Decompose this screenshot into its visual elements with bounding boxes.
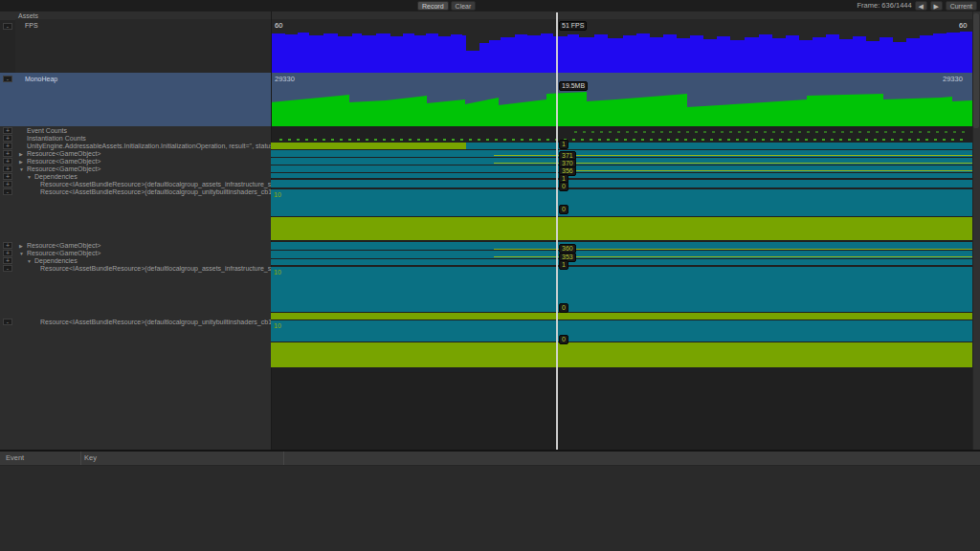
tree-row-resource-gameobject[interactable]: + ▶ Resource<GameObject> bbox=[0, 150, 271, 158]
tree-row-resource-gameobject[interactable]: + ▼ Resource<GameObject> bbox=[0, 250, 271, 257]
tree-row-resource-gameobject[interactable]: + ▼ Resource<GameObject> bbox=[0, 165, 271, 173]
tree-row-label: Event Counts bbox=[27, 127, 271, 135]
timeline-band bbox=[271, 267, 972, 312]
column-resize-handle[interactable] bbox=[283, 452, 284, 465]
tree-row-dependencies[interactable]: + ▼ Dependencies bbox=[0, 257, 271, 265]
tree-row-resource-gameobject[interactable]: + ▶ Resource<GameObject> bbox=[0, 242, 271, 250]
timeline-band bbox=[271, 173, 972, 178]
expand-icon[interactable]: + bbox=[3, 257, 12, 264]
expand-icon[interactable]: + bbox=[3, 173, 12, 180]
scrollbar-thumb[interactable] bbox=[973, 13, 979, 128]
tree-row-label: Resource<IAssetBundleResource>(defaultlo… bbox=[40, 188, 271, 196]
instantiation-ticks bbox=[574, 131, 969, 133]
expand-icon[interactable]: + bbox=[3, 181, 12, 187]
collapse-icon[interactable]: - bbox=[3, 319, 12, 325]
column-key: Key bbox=[84, 453, 97, 462]
value-badge: 1 bbox=[559, 260, 568, 270]
clear-button[interactable]: Clear bbox=[451, 1, 477, 11]
band-ref-count: 10 bbox=[274, 322, 281, 330]
tree-row-label: Resource<GameObject> bbox=[27, 158, 271, 165]
tree-row-label: Resource<IAssetBundleResource>(defaultlo… bbox=[40, 181, 271, 188]
expand-icon[interactable]: + bbox=[3, 242, 12, 249]
expand-icon[interactable]: + bbox=[3, 250, 12, 256]
playhead-line[interactable] bbox=[556, 12, 558, 450]
value-badge: 0 bbox=[559, 205, 568, 214]
fps-playhead-badge: 51 FPS bbox=[559, 21, 587, 31]
timeline-band bbox=[271, 259, 972, 265]
fps-graph-toggle[interactable]: - bbox=[3, 23, 12, 30]
timeline-band bbox=[271, 217, 972, 240]
timeline-band bbox=[271, 189, 972, 216]
tree-row-instantiation-counts[interactable]: + Instantiation Counts bbox=[0, 135, 271, 143]
timeline-band bbox=[271, 342, 972, 367]
tree-row-dependencies[interactable]: + ▼ Dependencies bbox=[0, 173, 271, 181]
foldout-icon[interactable]: ▼ bbox=[27, 173, 32, 181]
expand-icon[interactable]: + bbox=[3, 165, 12, 172]
value-badge: 0 bbox=[559, 335, 568, 344]
expand-icon[interactable]: + bbox=[3, 135, 12, 142]
column-event: Event bbox=[6, 453, 24, 462]
fps-min-value: 60 bbox=[275, 21, 282, 30]
monoheap-left-value: 29330 bbox=[275, 75, 295, 83]
profiler-window: Record Clear Frame: 636/1444 ◀ ▶ Current… bbox=[0, 0, 980, 551]
tree-row-label: Dependencies bbox=[34, 257, 271, 265]
tree-row-initialization-operation[interactable]: + UnityEngine.AddressableAssets.Initiali… bbox=[0, 143, 271, 150]
tree-row-label: Resource<GameObject> bbox=[27, 250, 271, 257]
tree-row-label: Dependencies bbox=[34, 173, 271, 181]
detail-table-header: Event Key bbox=[0, 452, 980, 466]
event-count-ticks bbox=[279, 139, 969, 141]
timeline-band bbox=[271, 313, 972, 320]
tree-row-label: Resource<IAssetBundleResource>(defaultlo… bbox=[40, 319, 271, 326]
monoheap-row-label: MonoHeap bbox=[25, 76, 57, 82]
monoheap-graph-toggle[interactable]: - bbox=[3, 76, 12, 82]
foldout-icon[interactable]: ▼ bbox=[27, 257, 32, 265]
foldout-icon[interactable]: ▶ bbox=[19, 158, 23, 165]
fps-row-label: FPS bbox=[25, 22, 38, 29]
tree-row-label: Resource<GameObject> bbox=[27, 165, 271, 173]
foldout-icon[interactable]: ▶ bbox=[19, 150, 23, 158]
band-ref-count: 10 bbox=[274, 191, 281, 199]
timeline-band bbox=[271, 320, 972, 342]
tree-row-assetbundle-infrastructure[interactable]: + Resource<IAssetBundleResource>(default… bbox=[0, 181, 271, 188]
value-badge: 0 bbox=[559, 182, 568, 191]
count-line bbox=[574, 170, 972, 171]
record-button[interactable]: Record bbox=[417, 1, 449, 11]
timeline-band bbox=[271, 143, 466, 149]
frame-controls: Frame: 636/1444 ◀ ▶ Current bbox=[858, 1, 977, 11]
tree-row-label: Resource<GameObject> bbox=[27, 150, 271, 158]
prev-frame-icon[interactable]: ◀ bbox=[915, 1, 927, 11]
assets-header-label: Assets bbox=[18, 12, 38, 19]
tree-row-assetbundle-shaders[interactable]: - Resource<IAssetBundleResource>(default… bbox=[0, 319, 271, 326]
monoheap-playhead-badge: 19.5MB bbox=[559, 81, 588, 91]
tree-row-assetbundle-infrastructure[interactable]: - Resource<IAssetBundleResource>(default… bbox=[0, 265, 271, 273]
value-badge: 0 bbox=[559, 303, 568, 313]
fps-right-value: 60 bbox=[959, 21, 967, 30]
tree-row-label: UnityEngine.AddressableAssets.Initializa… bbox=[27, 143, 271, 150]
expand-icon[interactable]: + bbox=[3, 158, 12, 165]
tree-row-label: Resource<IAssetBundleResource>(defaultlo… bbox=[40, 265, 271, 273]
foldout-icon[interactable]: ▼ bbox=[19, 165, 24, 173]
tree-row-assetbundle-shaders[interactable]: - Resource<IAssetBundleResource>(default… bbox=[0, 188, 271, 196]
value-badge: 1 bbox=[559, 140, 568, 149]
band-ref-count: 10 bbox=[274, 269, 281, 276]
current-frame-button[interactable]: Current bbox=[946, 1, 977, 11]
collapse-icon[interactable]: - bbox=[3, 188, 12, 195]
frame-counter: Frame: 636/1444 bbox=[858, 1, 912, 11]
fps-graph bbox=[271, 19, 972, 73]
timeline-band bbox=[271, 180, 972, 187]
expand-icon[interactable]: + bbox=[3, 127, 12, 134]
next-frame-icon[interactable]: ▶ bbox=[930, 1, 943, 11]
expand-icon[interactable]: + bbox=[3, 150, 12, 157]
fps-row[interactable] bbox=[15, 19, 271, 73]
tree-row-resource-gameobject[interactable]: + ▶ Resource<GameObject> bbox=[0, 158, 271, 165]
monoheap-graph bbox=[271, 73, 972, 126]
collapse-icon[interactable]: - bbox=[3, 265, 12, 272]
tree-row-label: Resource<GameObject> bbox=[27, 242, 271, 250]
tree-row-event-counts[interactable]: + Event Counts bbox=[0, 127, 271, 135]
detail-table-body[interactable] bbox=[0, 466, 980, 551]
expand-icon[interactable]: + bbox=[3, 143, 12, 149]
timeline-band bbox=[466, 143, 972, 149]
foldout-icon[interactable]: ▶ bbox=[19, 242, 23, 250]
column-resize-handle[interactable] bbox=[80, 452, 81, 465]
foldout-icon[interactable]: ▼ bbox=[19, 250, 24, 257]
